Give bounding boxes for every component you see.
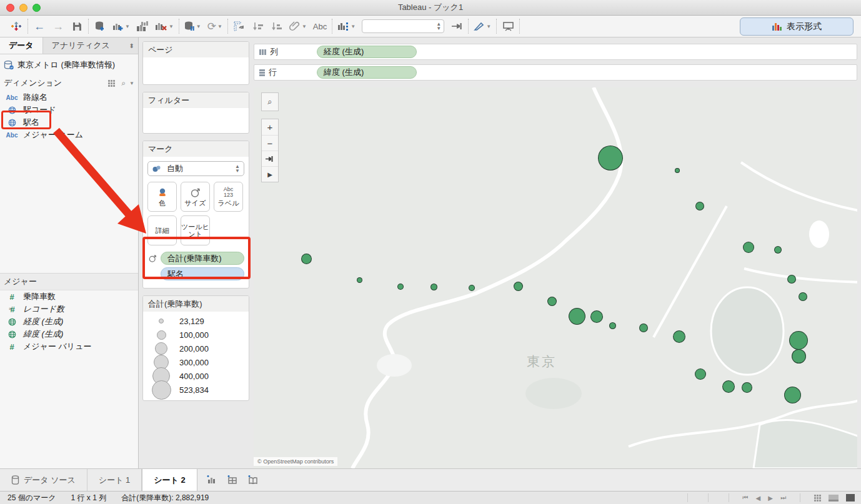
map-view[interactable]: 東京 ⌕ + − ▶ © OpenStreetMap contributors (254, 87, 857, 468)
dimension-field[interactable]: 駅コード (0, 104, 138, 116)
columns-shelf[interactable]: 列 経度 (生成) (254, 44, 857, 60)
label-button[interactable]: Abc123 ラベル (214, 182, 243, 212)
refresh-button[interactable]: ⟳▼ (207, 19, 222, 34)
measure-field[interactable]: =#レコード数 (0, 303, 138, 315)
sheet-tab-シート-1[interactable]: シート 1 (87, 469, 142, 491)
map-mark[interactable] (789, 331, 808, 350)
sort-ascending-button[interactable] (252, 19, 264, 34)
new-story-icon[interactable] (247, 474, 259, 486)
fix-axes-pin-button[interactable] (450, 19, 463, 34)
last-page-button[interactable]: ⏭ (778, 494, 789, 502)
map-pin-button[interactable] (262, 151, 278, 166)
swap-axes-button[interactable] (233, 19, 246, 34)
map-expand-button[interactable]: ▶ (262, 166, 278, 182)
marks-pill-measure[interactable]: 合計(乗降車数) (161, 252, 244, 265)
size-legend-card[interactable]: 合計(乗降車数) 23,129100,000200,000300,000400,… (142, 295, 249, 401)
sheet-sorter-view-button[interactable] (814, 495, 821, 502)
map-mark[interactable] (675, 168, 680, 173)
duplicate-sheet-button[interactable] (136, 19, 149, 34)
fit-width-combobox[interactable]: ▲▼ (362, 19, 444, 33)
pages-shelf[interactable]: ページ (142, 41, 249, 85)
measure-field[interactable]: #乗降車数 (0, 290, 138, 303)
view-grid-icon[interactable] (108, 80, 115, 87)
tableau-logo-icon[interactable] (10, 19, 22, 34)
find-field-icon[interactable]: ⌕ (121, 79, 126, 87)
map-mark[interactable] (695, 368, 706, 380)
sheet-tab-シート-2[interactable]: シート 2 (142, 469, 197, 491)
datasource-item[interactable]: 東京メトロ (乗降車数情報) (0, 54, 138, 75)
save-button[interactable] (71, 19, 83, 34)
map-search-button[interactable]: ⌕ (261, 92, 279, 111)
chevron-down-icon[interactable]: ▼ (129, 81, 134, 86)
pane-collapse-icon[interactable]: ⬍ (126, 37, 138, 54)
zoom-in-button[interactable]: + (262, 119, 278, 135)
tab-analytics[interactable]: アナリティクス (43, 37, 119, 54)
dimension-field[interactable]: Abcメジャー ネーム (0, 129, 138, 141)
map-mark[interactable] (722, 380, 735, 393)
undo-button[interactable]: ← (33, 19, 46, 34)
rows-shelf[interactable]: 行 緯度 (生成) (254, 64, 857, 81)
fit-selector-icon[interactable]: ▼ (337, 19, 356, 34)
show-mark-labels-button[interactable]: Abc (313, 19, 327, 34)
new-datasource-button[interactable] (94, 19, 106, 34)
map-mark[interactable] (590, 310, 603, 323)
zoom-window-button[interactable] (32, 4, 41, 12)
map-mark[interactable] (799, 292, 807, 301)
new-worksheet-icon[interactable] (206, 474, 218, 486)
filmstrip-view-button[interactable] (829, 495, 839, 502)
map-mark[interactable] (569, 308, 585, 325)
columns-pill[interactable]: 経度 (生成) (317, 46, 417, 58)
show-me-button[interactable]: 表示形式 (740, 17, 854, 36)
presentation-mode-button[interactable] (502, 19, 514, 34)
prev-page-button[interactable]: ◀ (754, 495, 764, 502)
map-mark[interactable] (639, 324, 648, 332)
map-mark[interactable] (430, 284, 437, 290)
map-mark[interactable] (469, 285, 475, 291)
map-mark[interactable] (784, 387, 801, 403)
new-worksheet-button[interactable]: ▼ (112, 19, 130, 34)
tab-data[interactable]: データ (0, 37, 43, 54)
map-mark[interactable] (695, 202, 704, 210)
sort-descending-button[interactable] (271, 19, 283, 34)
color-button[interactable]: 色 (147, 182, 177, 212)
close-window-button[interactable] (6, 4, 14, 12)
zoom-out-button[interactable]: − (262, 135, 278, 151)
minimize-window-button[interactable] (19, 4, 27, 12)
map-mark[interactable] (301, 254, 312, 264)
filters-shelf[interactable]: フィルター (142, 92, 249, 134)
dimension-field[interactable]: 駅名 (0, 116, 138, 129)
measure-field[interactable]: 緯度 (生成) (0, 328, 138, 340)
sheet-tab-datasource[interactable]: データ ソース (0, 469, 87, 491)
map-mark[interactable] (397, 284, 404, 290)
map-mark[interactable] (547, 297, 557, 306)
map-mark[interactable] (609, 322, 616, 329)
clear-sheet-button[interactable]: ▼ (155, 19, 174, 34)
size-button[interactable]: サイズ (181, 182, 210, 212)
map-mark[interactable] (743, 242, 754, 253)
map-mark[interactable] (514, 282, 523, 291)
tooltip-button[interactable]: ツールヒント (181, 215, 210, 245)
detail-button[interactable]: 詳細 (147, 215, 177, 245)
measure-field[interactable]: #メジャー バリュー (0, 340, 138, 353)
rows-pill[interactable]: 緯度 (生成) (317, 66, 417, 79)
map-mark[interactable] (673, 330, 685, 343)
first-page-button[interactable]: ⏮ (740, 494, 751, 502)
fullscreen-view-button[interactable] (846, 494, 855, 502)
map-mark[interactable] (792, 349, 806, 363)
highlight-button[interactable]: ▼ (474, 19, 491, 34)
map-mark[interactable] (742, 382, 752, 393)
map-mark[interactable] (598, 146, 623, 170)
map-mark[interactable] (774, 246, 782, 254)
mark-type-value: 自動 (167, 163, 230, 174)
map-mark[interactable] (357, 277, 362, 283)
dimension-field[interactable]: Abc路線名 (0, 91, 138, 104)
measure-field[interactable]: 経度 (生成) (0, 315, 138, 328)
group-members-button[interactable]: ▼ (289, 19, 307, 34)
mark-type-dropdown[interactable]: 自動 ▲▼ (147, 161, 244, 176)
redo-button[interactable]: → (52, 19, 64, 34)
next-page-button[interactable]: ▶ (765, 495, 775, 502)
new-dashboard-icon[interactable] (227, 474, 239, 486)
pause-updates-button[interactable]: ▼ (184, 19, 201, 34)
map-mark[interactable] (787, 275, 796, 284)
marks-pill-dimension[interactable]: 駅名 (161, 267, 244, 280)
